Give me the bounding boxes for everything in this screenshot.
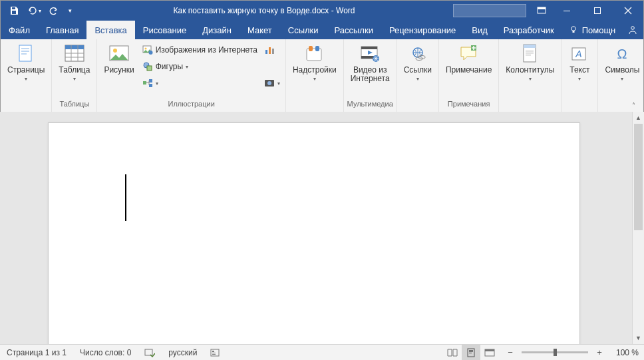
title-bar: ▾ ▾ Как поставить жирную точку в Ворде.d… xyxy=(1,1,643,21)
tab-review[interactable]: Рецензирование xyxy=(381,21,464,39)
page-icon xyxy=(18,44,34,64)
spellcheck-status[interactable] xyxy=(138,345,162,360)
screenshot-button[interactable]: ▾ xyxy=(261,75,283,91)
ribbon-display-options-button[interactable] xyxy=(532,1,552,21)
comment-button[interactable]: Примечание xyxy=(442,41,496,76)
group-label-illustrations: Иллюстрации xyxy=(100,100,282,112)
read-mode-button[interactable] xyxy=(443,345,462,360)
share-button[interactable] xyxy=(622,21,643,39)
chevron-down-icon: ▾ xyxy=(69,7,72,14)
scroll-down-button[interactable]: ▼ xyxy=(633,332,644,344)
svg-rect-27 xyxy=(265,50,267,54)
undo-button[interactable]: ▾ xyxy=(25,2,43,19)
svg-rect-1 xyxy=(538,7,546,9)
web-layout-button[interactable] xyxy=(480,345,499,360)
zoom-slider-thumb[interactable] xyxy=(554,349,557,356)
zoom-level-button[interactable]: 100 % xyxy=(611,348,644,357)
chevron-down-icon: ▾ xyxy=(156,81,158,87)
tab-developer[interactable]: Разработчик xyxy=(496,21,562,39)
svg-rect-3 xyxy=(595,8,601,14)
svg-rect-61 xyxy=(485,349,494,351)
group-label-pages xyxy=(3,100,49,112)
svg-rect-29 xyxy=(272,49,274,54)
vertical-scrollbar[interactable]: ▲ ▼ xyxy=(632,112,644,344)
tab-mailings[interactable]: Рассылки xyxy=(327,21,381,39)
minimize-button[interactable] xyxy=(552,1,582,21)
chevron-down-icon: ▾ xyxy=(621,75,623,83)
svg-rect-9 xyxy=(21,51,29,52)
online-pictures-icon xyxy=(142,45,153,55)
macro-icon xyxy=(210,348,220,357)
scrollbar-thumb[interactable] xyxy=(634,124,643,230)
undo-icon xyxy=(27,6,37,15)
tab-insert[interactable]: Вставка xyxy=(86,21,134,39)
ribbon-options-icon xyxy=(537,7,546,15)
save-button[interactable] xyxy=(5,2,23,19)
link-icon xyxy=(408,47,427,61)
text-label: Текст xyxy=(569,66,589,75)
zoom-slider-track[interactable] xyxy=(522,351,588,353)
smartart-button[interactable]: ▾ xyxy=(140,75,260,91)
chevron-up-icon: ˄ xyxy=(632,102,635,109)
chart-button[interactable] xyxy=(261,42,283,58)
svg-rect-5 xyxy=(572,31,574,33)
tab-file[interactable]: Файл xyxy=(1,21,38,39)
links-label: Ссылки xyxy=(404,66,432,75)
tab-design[interactable]: Дизайн xyxy=(194,21,240,39)
symbols-button[interactable]: Ω Символы▾ xyxy=(601,41,643,85)
svg-rect-10 xyxy=(21,53,27,55)
links-button[interactable]: Ссылки▾ xyxy=(400,41,436,85)
tab-layout[interactable]: Макет xyxy=(240,21,280,39)
online-pictures-button[interactable]: Изображения из Интернета xyxy=(140,42,260,58)
svg-rect-55 xyxy=(212,354,216,355)
user-account-area[interactable] xyxy=(453,4,526,17)
svg-rect-34 xyxy=(315,46,319,51)
pictures-button[interactable]: Рисунки xyxy=(100,41,138,76)
group-label-links xyxy=(400,100,436,112)
document-page[interactable] xyxy=(48,122,580,344)
svg-point-6 xyxy=(631,27,635,30)
tell-me-search[interactable]: Помощн xyxy=(562,21,623,39)
group-illustrations: Рисунки Изображения из Интернета Фигуры … xyxy=(97,39,285,112)
text-button[interactable]: A Текст▾ xyxy=(564,41,595,85)
pages-button[interactable]: Страницы▾ xyxy=(3,41,49,85)
qat-customize-button[interactable]: ▾ xyxy=(65,2,75,19)
tab-draw[interactable]: Рисование xyxy=(135,21,194,39)
table-icon xyxy=(65,45,84,63)
print-layout-button[interactable] xyxy=(462,345,480,360)
svg-rect-53 xyxy=(212,351,214,352)
close-button[interactable] xyxy=(613,1,643,21)
header-footer-button[interactable]: Колонтитулы▾ xyxy=(502,41,558,85)
language-status[interactable]: русский xyxy=(162,345,204,360)
tab-references[interactable]: Ссылки xyxy=(280,21,327,39)
svg-text:Ω: Ω xyxy=(617,47,627,61)
omega-icon: Ω xyxy=(613,45,631,63)
table-button[interactable]: Таблица▾ xyxy=(55,41,94,85)
online-video-button[interactable]: Видео изИнтернета xyxy=(347,41,394,85)
chevron-down-icon: ▾ xyxy=(39,8,41,14)
lightbulb-icon xyxy=(569,25,578,35)
addins-button[interactable]: Надстройки▾ xyxy=(289,41,341,85)
comment-icon xyxy=(459,45,479,63)
collapse-ribbon-button[interactable]: ˄ xyxy=(627,100,639,110)
tab-home[interactable]: Главная xyxy=(38,21,86,39)
scroll-up-button[interactable]: ▲ xyxy=(633,112,644,124)
zoom-out-button[interactable]: − xyxy=(504,347,516,359)
group-label-comments: Примечания xyxy=(442,100,496,112)
chevron-down-icon: ▾ xyxy=(186,64,188,70)
print-layout-icon xyxy=(466,348,476,357)
chart-icon xyxy=(264,45,275,55)
group-label-header-footer xyxy=(502,100,558,112)
tab-view[interactable]: Вид xyxy=(464,21,496,39)
redo-button[interactable] xyxy=(45,2,63,19)
document-area: ▲ ▼ xyxy=(0,112,644,344)
macro-status[interactable] xyxy=(204,345,226,360)
svg-rect-33 xyxy=(309,46,313,51)
zoom-in-button[interactable]: + xyxy=(593,347,605,359)
zoom-slider: − + xyxy=(499,347,611,359)
maximize-button[interactable] xyxy=(582,1,613,21)
group-links: Ссылки▾ xyxy=(397,39,439,112)
word-count-status[interactable]: Число слов: 0 xyxy=(73,345,138,360)
shapes-button[interactable]: Фигуры ▾ xyxy=(140,59,260,75)
page-number-status[interactable]: Страница 1 из 1 xyxy=(0,345,73,360)
